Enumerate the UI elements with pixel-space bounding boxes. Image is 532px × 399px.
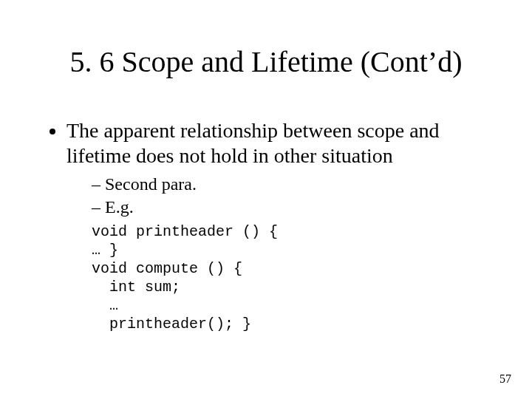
sub-item-1: –Second para. [92, 174, 488, 195]
sub-item-2: –E.g. [92, 197, 488, 218]
bullet-text-1: The apparent relationship between scope … [66, 119, 440, 167]
code-line-4: int sum; [92, 279, 180, 296]
slide: 5. 6 Scope and Lifetime (Cont’d) The app… [0, 0, 532, 399]
code-line-5: … [92, 297, 118, 314]
slide-body: The apparent relationship between scope … [44, 118, 488, 338]
code-line-6: printheader(); } [92, 316, 251, 332]
page-number: 57 [499, 372, 511, 386]
sub-list: –Second para. –E.g. [92, 174, 488, 218]
dash-icon: – [92, 197, 105, 218]
bullet-list: The apparent relationship between scope … [44, 118, 488, 333]
code-block: void printheader () { … } void compute (… [92, 222, 488, 333]
dash-icon: – [92, 174, 105, 195]
code-line-2: … } [92, 242, 118, 259]
sub-text-2: E.g. [105, 197, 134, 216]
code-line-1: void printheader () { [92, 223, 278, 240]
code-line-3: void compute () { [92, 260, 242, 277]
sub-text-1: Second para. [105, 174, 197, 194]
slide-title: 5. 6 Scope and Lifetime (Cont’d) [0, 44, 532, 79]
bullet-item-1: The apparent relationship between scope … [66, 118, 488, 333]
